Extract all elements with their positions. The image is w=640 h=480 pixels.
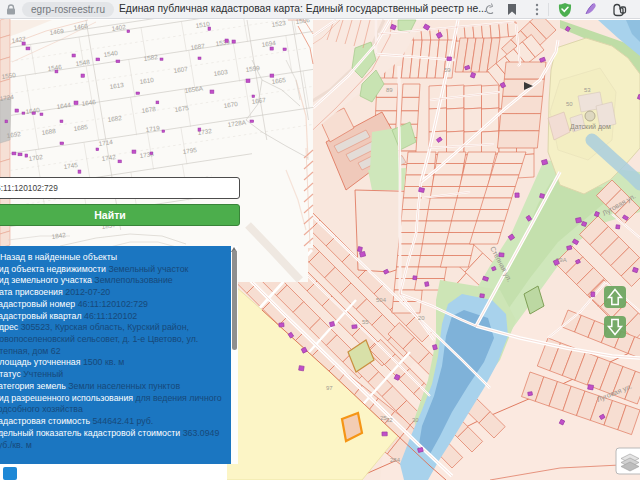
svg-text:25: 25 (380, 415, 387, 421)
svg-text:284: 284 (390, 457, 401, 463)
svg-text:32: 32 (386, 417, 393, 423)
svg-text:504: 504 (376, 297, 387, 303)
svg-text:55: 55 (362, 319, 369, 325)
svg-text:89: 89 (386, 87, 393, 93)
svg-text:59: 59 (444, 67, 451, 73)
svg-text:50: 50 (566, 101, 573, 107)
svg-text:97: 97 (326, 385, 333, 391)
svg-text:20: 20 (418, 315, 425, 321)
svg-text:30: 30 (412, 417, 419, 423)
svg-text:Датский дом: Датский дом (570, 123, 611, 131)
svg-text:53: 53 (584, 87, 591, 93)
